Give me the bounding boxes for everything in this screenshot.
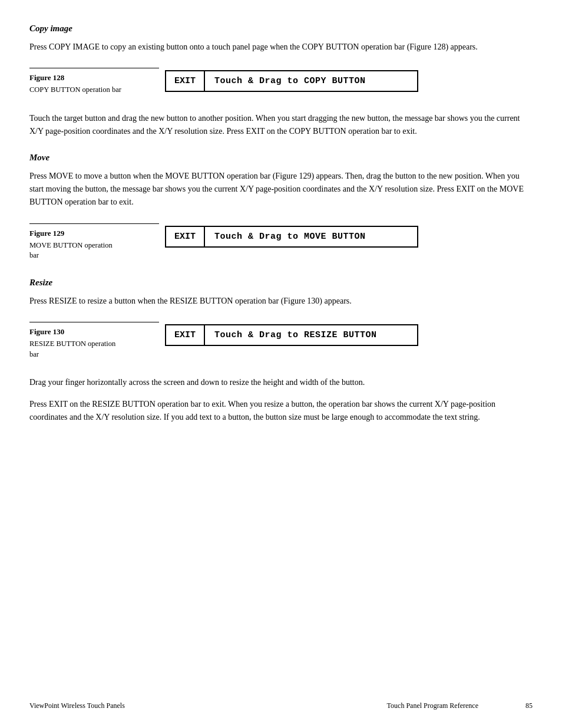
- figure-128-label: Figure 128: [29, 73, 147, 83]
- copy-action-label: Touch & Drag to COPY BUTTON: [205, 71, 375, 91]
- copy-image-body1: Press COPY IMAGE to copy an existing but…: [29, 41, 533, 54]
- figure-128-caption: COPY BUTTON operation bar: [29, 85, 147, 95]
- resize-heading: Resize: [29, 278, 533, 288]
- resize-body1: Press RESIZE to resize a button when the…: [29, 295, 533, 308]
- page: Copy image Press COPY IMAGE to copy an e…: [0, 0, 562, 728]
- footer-page-number: 85: [525, 701, 533, 710]
- footer-right: Touch Panel Program Reference 85: [387, 701, 533, 710]
- move-button-operation-bar: EXIT Touch & Drag to MOVE BUTTON: [165, 226, 418, 248]
- move-exit-label: EXIT: [166, 227, 205, 246]
- figure-130-right: EXIT Touch & Drag to RESIZE BUTTON: [159, 322, 533, 346]
- figure-128-right: EXIT Touch & Drag to COPY BUTTON: [159, 68, 533, 92]
- resize-body2-section: Drag your finger horizontally across the…: [0, 376, 562, 424]
- move-action-label: Touch & Drag to MOVE BUTTON: [205, 227, 375, 246]
- figure-130-caption-line2: bar: [29, 350, 39, 358]
- figure-130-label: Figure 130: [29, 327, 147, 337]
- footer-center-text: Touch Panel Program Reference: [387, 701, 478, 710]
- figure-129-caption-line1: MOVE BUTTON operation: [29, 241, 113, 249]
- resize-action-label: Touch & Drag to RESIZE BUTTON: [205, 325, 386, 345]
- copy-button-operation-bar: EXIT Touch & Drag to COPY BUTTON: [165, 70, 418, 92]
- page-footer: ViewPoint Wireless Touch Panels Touch Pa…: [29, 701, 533, 710]
- figure-129-caption: MOVE BUTTON operation bar: [29, 241, 147, 261]
- copy-image-body2-section: Touch the target button and drag the new…: [0, 112, 562, 139]
- move-section: Move Press MOVE to move a button when th…: [0, 153, 562, 209]
- figure-129-label: Figure 129: [29, 229, 147, 238]
- figure-130-caption: RESIZE BUTTON operation bar: [29, 339, 147, 360]
- figure-128-left: Figure 128 COPY BUTTON operation bar: [29, 68, 159, 95]
- resize-body3: Press EXIT on the RESIZE BUTTON operatio…: [29, 398, 533, 424]
- figure-130-block: Figure 130 RESIZE BUTTON operation bar E…: [0, 322, 562, 360]
- resize-button-operation-bar: EXIT Touch & Drag to RESIZE BUTTON: [165, 324, 418, 346]
- figure-130-left: Figure 130 RESIZE BUTTON operation bar: [29, 322, 159, 360]
- move-body1: Press MOVE to move a button when the MOV…: [29, 170, 533, 209]
- copy-image-body2: Touch the target button and drag the new…: [29, 112, 533, 139]
- figure-129-left: Figure 129 MOVE BUTTON operation bar: [29, 223, 159, 261]
- resize-exit-label: EXIT: [166, 325, 205, 345]
- resize-section: Resize Press RESIZE to resize a button w…: [0, 278, 562, 308]
- figure-130-caption-line1: RESIZE BUTTON operation: [29, 340, 115, 348]
- figure-129-right: EXIT Touch & Drag to MOVE BUTTON: [159, 223, 533, 248]
- move-heading: Move: [29, 153, 533, 163]
- figure-128-block: Figure 128 COPY BUTTON operation bar EXI…: [0, 68, 562, 95]
- figure-129-block: Figure 129 MOVE BUTTON operation bar EXI…: [0, 223, 562, 261]
- figure-129-caption-line2: bar: [29, 251, 39, 259]
- copy-exit-label: EXIT: [166, 71, 205, 91]
- copy-image-section: Copy image Press COPY IMAGE to copy an e…: [0, 24, 562, 54]
- footer-left-text: ViewPoint Wireless Touch Panels: [29, 701, 125, 710]
- copy-image-heading: Copy image: [29, 24, 533, 34]
- resize-body2: Drag your finger horizontally across the…: [29, 376, 533, 389]
